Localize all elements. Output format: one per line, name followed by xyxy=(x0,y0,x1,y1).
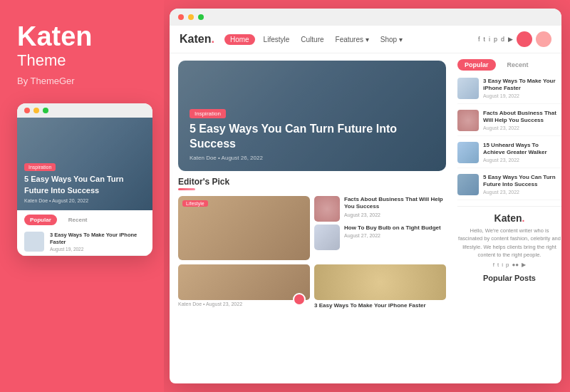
nav-social: f t i p d ▶ xyxy=(478,31,551,47)
sidebar-thumb-4 xyxy=(457,174,479,195)
sidebar-post-title-3: 15 Unheard Ways To Achieve Greater Walke… xyxy=(483,142,561,157)
sidebar-post-4: 5 Easy Ways You Can Turn Future Into Suc… xyxy=(457,174,561,200)
nav-facebook-icon: f xyxy=(478,36,480,43)
tab-recent[interactable]: Recent xyxy=(500,59,536,71)
brand-by: By ThemeGer xyxy=(17,76,147,86)
browser-body: Inspiration 5 Easy Ways You Can Turn Fut… xyxy=(170,53,561,383)
nav-youtube-icon: ▶ xyxy=(508,36,513,43)
mobile-hero-title: 5 Easy Ways You Can Turn Future Into Suc… xyxy=(24,174,145,196)
nav-avatar-1 xyxy=(517,31,532,47)
two-col: Editor's Pick Lifestyle xyxy=(170,171,455,383)
hero-title: 5 Easy Ways You Can Turn Future Into Suc… xyxy=(190,122,418,152)
editor-post-title-3: 3 Easy Ways To Make Your iPhone Faster xyxy=(314,302,446,309)
editor-post-title-1: Facts About Business That Will Help You … xyxy=(344,196,446,211)
editor-post-date-1: August 23, 2022 xyxy=(344,212,446,217)
mobile-post-title: 3 Easy Ways To Make Your iPhone Faster xyxy=(50,232,145,246)
nav-logo: Katen. xyxy=(180,33,214,46)
browser-dot-green xyxy=(198,14,204,20)
about-logo: Katen. xyxy=(457,212,561,224)
dot-green xyxy=(43,108,48,113)
mobile-tabs: Popular Recent xyxy=(17,210,152,228)
popular-recent-tabs: Popular Recent xyxy=(457,59,561,71)
about-widget: Katen. Hello, We're content writer who i… xyxy=(457,206,561,282)
nav-item-lifestyle[interactable]: Lifestyle xyxy=(261,34,293,45)
about-instagram-icon: i xyxy=(502,262,503,268)
editor-post-item-2: How To Buy Bulb on a Tight Budget August… xyxy=(314,225,446,250)
editors-big-thumb: Lifestyle xyxy=(178,196,310,260)
browser-dot-yellow xyxy=(188,14,194,20)
browser-window: Katen. Home Lifestyle Culture Features ▾… xyxy=(170,9,561,383)
nav-avatar-2 xyxy=(536,31,551,47)
about-medium-icon: ●● xyxy=(512,262,519,268)
dot-yellow xyxy=(33,108,39,113)
sidebar-thumb-1 xyxy=(457,78,479,99)
sidebar-thumb-3 xyxy=(457,142,479,163)
sidebar-post-3: 15 Unheard Ways To Achieve Greater Walke… xyxy=(457,142,561,168)
hero-section: Inspiration 5 Easy Ways You Can Turn Fut… xyxy=(178,61,446,171)
mobile-post-info: 3 Easy Ways To Make Your iPhone Faster A… xyxy=(50,232,145,252)
sidebar-post-2: Facts About Business That Will Help You … xyxy=(457,110,561,136)
mobile-post-thumb xyxy=(24,232,44,252)
editor-post-info-1: Facts About Business That Will Help You … xyxy=(344,196,446,217)
sidebar-post-title-2: Facts About Business That Will Help You … xyxy=(483,110,561,125)
editors-big-tag: Lifestyle xyxy=(182,200,208,207)
mobile-hero-content: Inspiration 5 Easy Ways You Can Turn Fut… xyxy=(24,159,145,203)
dot-red xyxy=(24,108,30,113)
sidebar-post-date-3: August 23, 2022 xyxy=(483,158,561,163)
editors-section: Editor's Pick Lifestyle xyxy=(178,171,446,383)
about-pinterest-icon: p xyxy=(506,262,509,268)
editor-post-thumb-1 xyxy=(314,196,340,222)
left-panel: Katen Theme By ThemeGer Inspiration 5 Ea… xyxy=(0,0,164,392)
nav-item-culture[interactable]: Culture xyxy=(298,34,326,45)
nav-pinterest-icon: p xyxy=(494,36,497,43)
editor-post-thumb-2 xyxy=(314,225,340,250)
mobile-tag: Inspiration xyxy=(24,163,56,171)
editor-post-item-1: Facts About Business That Will Help You … xyxy=(314,196,446,222)
hero-meta: Katen Doe • August 26, 2022 xyxy=(190,155,435,161)
mobile-hero-meta: Katen Doe • August 20, 2022 xyxy=(24,198,145,203)
browser-top-bar xyxy=(170,9,561,26)
section-underline xyxy=(178,188,195,190)
sidebar-post-info-2: Facts About Business That Will Help You … xyxy=(483,110,561,130)
editor-bottom-meta: Katen Doe • August 23, 2022 xyxy=(178,301,310,306)
browser-dot-red xyxy=(178,14,184,20)
nav-item-features[interactable]: Features ▾ xyxy=(333,34,372,45)
nav-items: Home Lifestyle Culture Features ▾ Shop ▾ xyxy=(224,34,405,45)
hero-tag: Inspiration xyxy=(190,109,226,118)
browser-nav: Katen. Home Lifestyle Culture Features ▾… xyxy=(170,26,561,53)
sidebar-post-1: 3 Easy Ways To Make Your iPhone Faster A… xyxy=(457,78,561,104)
mobile-post-item: 3 Easy Ways To Make Your iPhone Faster A… xyxy=(17,228,152,256)
editor-post-title-2: How To Buy Bulb on a Tight Budget xyxy=(344,225,441,232)
editor-bottom-thumb xyxy=(178,264,310,300)
nav-item-shop[interactable]: Shop ▾ xyxy=(378,34,405,45)
about-logo-dot: . xyxy=(522,212,525,224)
mobile-tab-recent[interactable]: Recent xyxy=(63,215,93,225)
about-twitter-icon: t xyxy=(497,262,499,268)
editors-grid: Lifestyle Facts About Business That Will… xyxy=(178,196,446,260)
editor-bottom-thumb-wrap: Katen Doe • August 23, 2022 xyxy=(178,264,310,306)
sidebar-post-date-4: August 23, 2022 xyxy=(483,190,561,195)
editor-avatar-overlap xyxy=(293,293,306,306)
nav-instagram-icon: i xyxy=(489,36,490,43)
editors-right-posts: Facts About Business That Will Help You … xyxy=(314,196,446,260)
about-text: Hello, We're content writer who is fasci… xyxy=(457,227,561,259)
browser-main: Inspiration 5 Easy Ways You Can Turn Fut… xyxy=(170,53,455,383)
sidebar-post-title-1: 3 Easy Ways To Make Your iPhone Faster xyxy=(483,78,561,93)
editor-post-date-2: August 27, 2022 xyxy=(344,233,441,238)
nav-tiktok-icon: d xyxy=(501,36,504,43)
sidebar-post-title-4: 5 Easy Ways You Can Turn Future Into Suc… xyxy=(483,174,561,189)
editor-bottom-row: Katen Doe • August 23, 2022 3 Easy Ways … xyxy=(178,264,446,309)
mobile-tab-popular[interactable]: Popular xyxy=(24,215,57,225)
about-youtube-icon: ▶ xyxy=(522,262,526,268)
nav-item-home[interactable]: Home xyxy=(224,34,255,45)
brand-title: Katen xyxy=(17,23,147,50)
editor-post-thumb-3 xyxy=(314,264,446,300)
mobile-post-date: August 19, 2022 xyxy=(50,247,145,252)
mobile-mockup: Inspiration 5 Easy Ways You Can Turn Fut… xyxy=(17,103,152,256)
sidebar-thumb-2 xyxy=(457,110,479,131)
tab-popular[interactable]: Popular xyxy=(457,59,496,71)
popular-posts-heading: Popular Posts xyxy=(457,274,561,282)
editors-pick-heading: Editor's Pick xyxy=(178,177,446,187)
right-panel: Katen. Home Lifestyle Culture Features ▾… xyxy=(164,0,570,392)
hero-content: Inspiration 5 Easy Ways You Can Turn Fut… xyxy=(190,105,435,161)
